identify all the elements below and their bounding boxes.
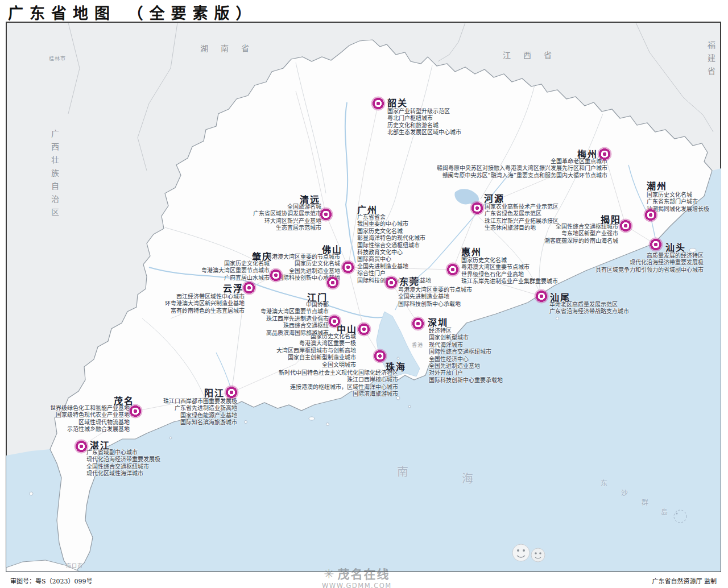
city-marker[interactable]	[534, 289, 549, 304]
map-page: 广东省地图 （全要素版）	[0, 0, 728, 588]
watermark-url: WWW.GDMM.COM	[322, 582, 392, 588]
city-marker[interactable]	[470, 201, 485, 216]
watermark-brand-row: ✳茂名在线	[322, 565, 392, 582]
city-marker[interactable]	[224, 385, 239, 400]
watermark-logo-icon: ✳	[324, 567, 335, 581]
city-marker[interactable]	[74, 439, 89, 454]
city-marker[interactable]	[643, 208, 658, 222]
city-marker[interactable]	[327, 314, 342, 329]
map-title: 广东省地图 （全要素版）	[8, 1, 257, 23]
watermark-brand: 茂名在线	[338, 568, 390, 581]
city-marker[interactable]	[325, 275, 340, 290]
city-marker[interactable]	[373, 349, 387, 363]
city-marker[interactable]	[242, 280, 257, 295]
map-canvas	[6, 22, 721, 572]
city-marker[interactable]	[318, 207, 333, 222]
city-marker[interactable]	[597, 147, 612, 162]
city-marker[interactable]	[128, 404, 143, 419]
city-marker[interactable]	[357, 322, 371, 337]
watermark: ✳茂名在线 WWW.GDMM.COM	[322, 565, 392, 588]
city-marker[interactable]	[648, 237, 663, 252]
approval-number: 审图号：粤S（2023）099号	[10, 576, 93, 585]
city-marker[interactable]	[618, 218, 633, 233]
producer-credit: 广东省自然资源厅 监制	[652, 576, 717, 585]
city-marker[interactable]	[268, 268, 283, 283]
city-marker[interactable]	[445, 262, 460, 277]
city-marker[interactable]	[411, 316, 425, 331]
city-marker[interactable]	[341, 260, 355, 275]
city-marker[interactable]	[384, 275, 399, 290]
city-marker[interactable]	[371, 96, 386, 111]
